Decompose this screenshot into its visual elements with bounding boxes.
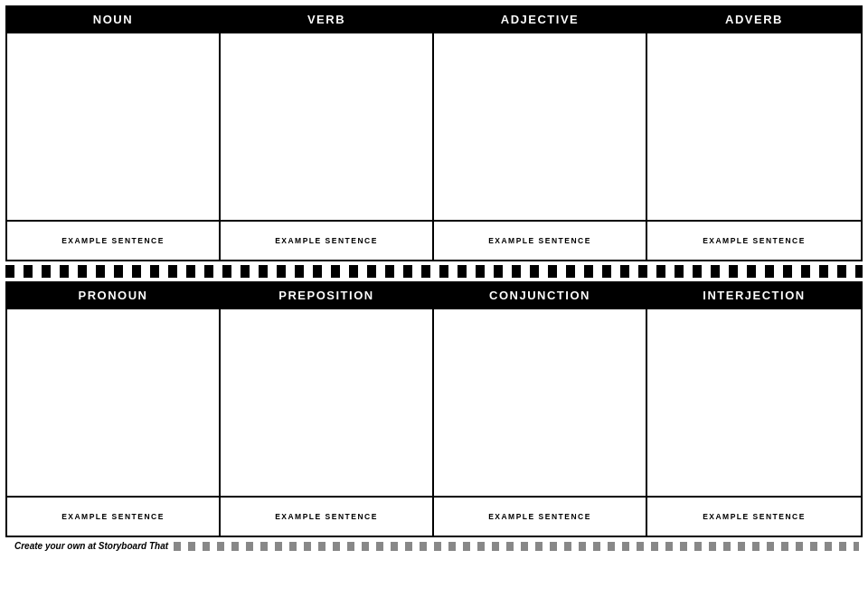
page-wrapper: NOUN EXAMPLE SENTENCE VERB EXAMPLE SENTE… (0, 0, 868, 607)
watermark-text: Create your own at Storyboard That (9, 538, 174, 554)
adverb-column: ADVERB EXAMPLE SENTENCE (647, 7, 861, 260)
preposition-sentence: EXAMPLE SENTENCE (221, 498, 432, 536)
bottom-grid-inner: PRONOUN EXAMPLE SENTENCE PREPOSITION EXA… (7, 283, 861, 536)
top-grid-inner: NOUN EXAMPLE SENTENCE VERB EXAMPLE SENTE… (7, 7, 861, 260)
conjunction-image-area (434, 308, 646, 498)
noun-sentence: EXAMPLE SENTENCE (7, 222, 219, 260)
verb-column: VERB EXAMPLE SENTENCE (221, 7, 434, 260)
adjective-column: ADJECTIVE EXAMPLE SENTENCE (434, 7, 647, 260)
adjective-sentence: EXAMPLE SENTENCE (434, 222, 646, 260)
verb-image-area (221, 32, 432, 222)
preposition-column: PREPOSITION EXAMPLE SENTENCE (221, 283, 434, 536)
verb-header: VERB (221, 7, 432, 32)
preposition-image-area (221, 308, 432, 498)
bottom-grid: PRONOUN EXAMPLE SENTENCE PREPOSITION EXA… (5, 281, 863, 537)
pronoun-header: PRONOUN (7, 283, 219, 308)
noun-header: NOUN (7, 7, 219, 32)
adverb-sentence: EXAMPLE SENTENCE (647, 222, 861, 260)
interjection-column: INTERJECTION EXAMPLE SENTENCE (647, 283, 861, 536)
conjunction-sentence: EXAMPLE SENTENCE (434, 498, 646, 536)
noun-column: NOUN EXAMPLE SENTENCE (7, 7, 221, 260)
conjunction-column: CONJUNCTION EXAMPLE SENTENCE (434, 283, 647, 536)
bottom-dots-decoration (174, 542, 859, 551)
pronoun-sentence: EXAMPLE SENTENCE (7, 498, 219, 536)
interjection-sentence: EXAMPLE SENTENCE (647, 498, 861, 536)
top-grid: NOUN EXAMPLE SENTENCE VERB EXAMPLE SENTE… (5, 5, 863, 261)
adjective-image-area (434, 32, 646, 222)
bottom-bar: Create your own at Storyboard That (5, 537, 863, 555)
section-separator (5, 265, 863, 278)
verb-sentence: EXAMPLE SENTENCE (221, 222, 432, 260)
noun-image-area (7, 32, 219, 222)
adverb-header: ADVERB (647, 7, 861, 32)
interjection-image-area (647, 308, 861, 498)
conjunction-header: CONJUNCTION (434, 283, 646, 308)
adverb-image-area (647, 32, 861, 222)
interjection-header: INTERJECTION (647, 283, 861, 308)
pronoun-image-area (7, 308, 219, 498)
preposition-header: PREPOSITION (221, 283, 432, 308)
adjective-header: ADJECTIVE (434, 7, 646, 32)
pronoun-column: PRONOUN EXAMPLE SENTENCE (7, 283, 221, 536)
